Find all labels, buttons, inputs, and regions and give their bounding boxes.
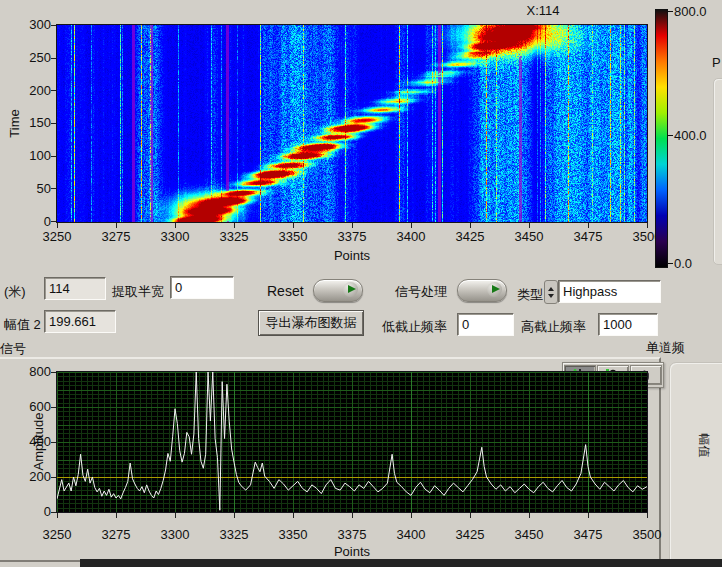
waterfall-canvas[interactable] <box>56 24 648 223</box>
axis-tick-label: 100 <box>29 148 51 164</box>
amplitude2-label: 幅值 2 <box>4 316 41 334</box>
axis-tick-label: 3275 <box>87 527 145 542</box>
axis-tick-label: 250 <box>29 50 51 66</box>
axis-tick-label: 3475 <box>559 229 617 244</box>
single-channel-label: 单道频 <box>646 339 722 357</box>
cursor-readout: X:114 <box>498 3 588 18</box>
axis-tick-label: 3350 <box>264 527 322 542</box>
axis-tick-label: 3250 <box>28 527 86 542</box>
filter-type-spinner[interactable] <box>544 280 558 304</box>
position-label: (米) <box>4 283 26 301</box>
color-scale-mid-label: 400.0 <box>668 128 707 143</box>
signal-x-tickmarks <box>57 513 648 518</box>
color-scale-min-label: 0.0 <box>668 256 692 271</box>
reset-label: Reset <box>267 283 304 299</box>
axis-tick-label: 3350 <box>264 229 322 244</box>
tick-dash <box>668 11 673 12</box>
signal-x-axis-title: Points <box>28 544 676 559</box>
axis-tick-label: 3500 <box>618 527 676 542</box>
signal-y-ticks: 8006004002000 <box>15 364 51 520</box>
axis-tick-label: 200 <box>29 83 51 99</box>
axis-tick-label: 3375 <box>323 229 381 244</box>
tick-dash <box>668 263 673 264</box>
signal-x-ticks: 3250327533003325335033753400342534503475… <box>28 527 676 542</box>
axis-tick-label: 3275 <box>87 229 145 244</box>
axis-tick-label: 50 <box>37 181 51 197</box>
right-panel-vertical-label: 幅值 <box>695 419 712 473</box>
axis-tick-label: 0 <box>44 214 51 230</box>
signal-section-label: 信号 <box>0 340 26 358</box>
axis-tick-label: 400 <box>29 434 51 450</box>
half-width-input[interactable]: 0 <box>170 276 234 299</box>
reset-toggle-button[interactable] <box>313 279 363 302</box>
filter-type-label: 类型 <box>517 286 543 304</box>
tick-dash <box>668 135 673 136</box>
right-edge-panel-top <box>713 78 722 265</box>
axis-tick-label: 3450 <box>500 229 558 244</box>
waterfall-x-axis-title: Points <box>28 248 676 263</box>
axis-tick-label: 3300 <box>146 527 204 542</box>
waterfall-x-ticks: 3250327533003325335033753400342534503475… <box>28 229 676 244</box>
axis-tick-label: 200 <box>29 469 51 485</box>
axis-tick-label: 3475 <box>559 527 617 542</box>
position-display: 114 <box>44 277 106 300</box>
color-scale-bar <box>655 9 668 268</box>
axis-tick-label: 0 <box>44 504 51 520</box>
half-width-label: 提取半宽 <box>112 283 164 301</box>
filter-type-combo[interactable]: Highpass <box>558 280 661 303</box>
axis-tick-label: 3400 <box>382 229 440 244</box>
export-waterfall-button[interactable]: 导出瀑布图数据 <box>258 310 364 336</box>
axis-tick-label: 3300 <box>146 229 204 244</box>
signal-y-tickmarks <box>51 372 56 513</box>
axis-tick-label: 3250 <box>28 229 86 244</box>
color-scale-max-label: 800.0 <box>668 4 707 19</box>
play-icon <box>343 282 358 297</box>
axis-tick-label: 3325 <box>205 229 263 244</box>
window: { "ui": { "panel_bg": "#d2cfc8", "palett… <box>0 0 722 567</box>
low-cutoff-label: 低截止频率 <box>382 318 447 336</box>
amplitude2-display: 199.661 <box>44 310 116 333</box>
axis-tick-label: 3400 <box>382 527 440 542</box>
axis-tick-label: 800 <box>29 364 51 380</box>
axis-tick-label: 300 <box>29 17 51 33</box>
axis-tick-label: 3375 <box>323 527 381 542</box>
axis-tick-label: 600 <box>29 399 51 415</box>
axis-tick-label: 3425 <box>441 527 499 542</box>
partial-label-right: P <box>712 55 721 70</box>
signal-processing-label: 信号处理 <box>395 283 447 301</box>
axis-tick-label: 3450 <box>500 527 558 542</box>
waterfall-y-ticks: 300250200150100500 <box>15 17 51 230</box>
axis-tick-label: 3325 <box>205 527 263 542</box>
signal-canvas[interactable] <box>56 371 648 513</box>
play-icon <box>487 282 502 297</box>
waterfall-x-tickmarks <box>57 223 648 228</box>
low-cutoff-input[interactable]: 0 <box>457 313 514 336</box>
increment-icon <box>548 287 554 291</box>
high-cutoff-input[interactable]: 1000 <box>598 313 658 336</box>
high-cutoff-label: 高截止频率 <box>521 318 586 336</box>
bottom-edge-strip <box>80 559 722 567</box>
signal-processing-toggle-button[interactable] <box>457 279 507 302</box>
waterfall-y-tickmarks <box>51 25 56 222</box>
axis-tick-label: 150 <box>29 115 51 131</box>
axis-tick-label: 3425 <box>441 229 499 244</box>
decrement-icon <box>548 294 554 298</box>
